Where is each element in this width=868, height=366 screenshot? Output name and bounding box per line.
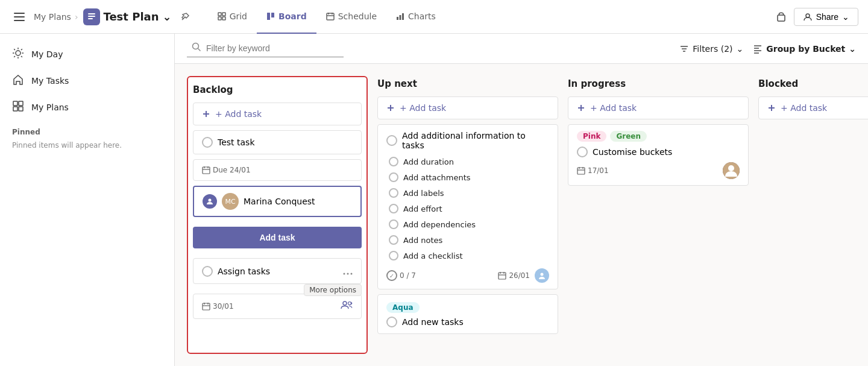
- upnext-add-task-button[interactable]: + Add task: [377, 96, 558, 119]
- svg-rect-13: [327, 13, 334, 20]
- tab-charts-label: Charts: [408, 11, 436, 21]
- assignee-edit-card[interactable]: MC Marina Conquest: [193, 186, 362, 217]
- backlog-add-task-label: + Add task: [215, 109, 262, 119]
- svg-rect-32: [19, 101, 23, 106]
- column-backlog: Backlog + Add task Test task: [187, 76, 368, 354]
- assign-tasks-card[interactable]: Assign tasks: [193, 258, 362, 284]
- assign-date-card: 30/01: [193, 294, 362, 319]
- effort-circle: [389, 204, 398, 213]
- svg-rect-9: [218, 17, 221, 20]
- board-area: Backlog + Add task Test task: [175, 64, 868, 366]
- notes-circle: [389, 235, 398, 245]
- add-new-tasks-circle: [386, 317, 397, 327]
- assign-people-icon[interactable]: [341, 300, 353, 312]
- checklist-circle: [389, 251, 398, 260]
- checklist-label: Add a checklist: [403, 251, 463, 260]
- inprogress-date-text: 17/01: [588, 166, 609, 175]
- plan-title-button[interactable]: Test Plan ⌄: [83, 8, 172, 25]
- svg-rect-1: [14, 16, 25, 17]
- dropdown-item-dependencies[interactable]: Add dependencies: [389, 216, 549, 232]
- svg-rect-64: [498, 273, 506, 279]
- upnext-aqua-card[interactable]: Aqua Add new tasks: [377, 294, 558, 334]
- upnext-task-circle: [386, 135, 397, 146]
- dropdown-item-attachments[interactable]: Add attachments: [389, 169, 549, 185]
- svg-line-28: [21, 56, 22, 57]
- tab-grid[interactable]: Grid: [208, 0, 257, 34]
- sidebar-item-mytasks[interactable]: My Tasks: [0, 68, 174, 94]
- backlog-add-task-button[interactable]: + Add task: [193, 103, 362, 125]
- svg-point-76: [728, 165, 734, 171]
- search-icon: [192, 42, 201, 54]
- pin-button[interactable]: [177, 8, 193, 25]
- due-date-card: Due 24/01: [193, 159, 362, 181]
- sidebar-item-myday[interactable]: My Day: [0, 41, 174, 68]
- svg-point-52: [347, 273, 349, 275]
- inprogress-add-task-label: + Add task: [590, 103, 637, 113]
- more-options-button[interactable]: [343, 265, 353, 277]
- filters-label: Filters (2): [693, 44, 732, 54]
- share-button[interactable]: Share ⌄: [794, 8, 858, 26]
- tab-schedule[interactable]: Schedule: [316, 0, 386, 34]
- svg-rect-2: [14, 20, 25, 21]
- svg-point-21: [806, 14, 810, 17]
- svg-point-68: [541, 273, 544, 276]
- group-by-button[interactable]: Group by Bucket ⌄: [753, 44, 856, 54]
- dropdown-item-notes[interactable]: Add notes: [389, 232, 549, 248]
- add-new-tasks-text: Add new tasks: [402, 317, 464, 327]
- dropdown-item-labels[interactable]: Add labels: [389, 185, 549, 201]
- duration-circle: [389, 157, 398, 166]
- filters-chevron: ⌄: [737, 44, 744, 54]
- tab-schedule-label: Schedule: [338, 11, 377, 21]
- tab-charts[interactable]: Charts: [386, 0, 445, 34]
- dropdown-item-checklist[interactable]: Add a checklist: [389, 248, 549, 263]
- progress-text: 0 / 7: [400, 271, 416, 280]
- column-upnext-header: Up next: [377, 76, 558, 92]
- dropdown-item-effort[interactable]: Add effort: [389, 201, 549, 216]
- inprogress-task-card[interactable]: Pink Green Customise buckets: [568, 124, 749, 186]
- search-input[interactable]: [206, 43, 327, 53]
- task-status-circle[interactable]: [202, 137, 213, 148]
- dropdown-item-duration[interactable]: Add duration: [389, 154, 549, 169]
- inprogress-add-task-button[interactable]: + Add task: [568, 96, 749, 119]
- aqua-label-tag: Aqua: [386, 302, 420, 313]
- progress-circle: ✓: [386, 270, 397, 281]
- breadcrumb-separator: ›: [75, 12, 78, 22]
- sidebar-toggle-button[interactable]: [10, 7, 29, 27]
- breadcrumb-myplans[interactable]: My Plans: [34, 12, 71, 22]
- svg-line-30: [14, 56, 15, 57]
- topbar: My Plans › Test Plan ⌄: [0, 0, 868, 34]
- pink-label-tag: Pink: [577, 131, 606, 142]
- sidebar: My Day My Tasks My Plans Pinned Pinn: [0, 34, 175, 366]
- svg-rect-33: [13, 107, 17, 111]
- attachments-label: Add attachments: [403, 173, 471, 182]
- sidebar-item-myplans[interactable]: My Plans: [0, 94, 174, 121]
- svg-line-27: [14, 49, 15, 50]
- pinned-empty-message: Pinned items will appear here.: [0, 139, 174, 152]
- plan-title-chevron: ⌄: [163, 10, 172, 23]
- inprogress-date-badge: 17/01: [577, 166, 609, 175]
- test-task-card[interactable]: Test task: [193, 130, 362, 154]
- filter-bar-right: Filters (2) ⌄ Group by Bucket ⌄: [679, 44, 856, 54]
- blocked-add-task-button[interactable]: + Add task: [758, 96, 868, 119]
- tab-board[interactable]: Board: [257, 0, 316, 34]
- svg-rect-4: [88, 16, 95, 17]
- sidebar-mytasks-label: My Tasks: [31, 76, 69, 86]
- topbar-right: Share ⌄: [776, 8, 858, 26]
- svg-point-50: [209, 199, 212, 202]
- blocked-add-task-label: + Add task: [781, 103, 827, 113]
- sidebar-myplans-label: My Plans: [31, 103, 69, 112]
- svg-rect-34: [19, 107, 23, 111]
- label-tags-row: Pink Green: [577, 131, 740, 142]
- svg-rect-8: [222, 13, 225, 16]
- svg-rect-10: [222, 17, 225, 20]
- nav-tabs: Grid Board Schedule: [208, 0, 445, 34]
- tab-grid-label: Grid: [230, 11, 247, 21]
- inprogress-avatar: [723, 162, 740, 179]
- assign-task-circle: [202, 266, 213, 277]
- upnext-main-task-card[interactable]: Add additional information to tasks Add …: [377, 124, 558, 289]
- svg-rect-54: [203, 303, 210, 310]
- add-task-submit-button[interactable]: Add task: [193, 227, 362, 248]
- upnext-dropdown-list: Add duration Add attachments Add labels: [389, 154, 549, 263]
- svg-rect-18: [400, 15, 401, 20]
- filters-button[interactable]: Filters (2) ⌄: [679, 44, 743, 54]
